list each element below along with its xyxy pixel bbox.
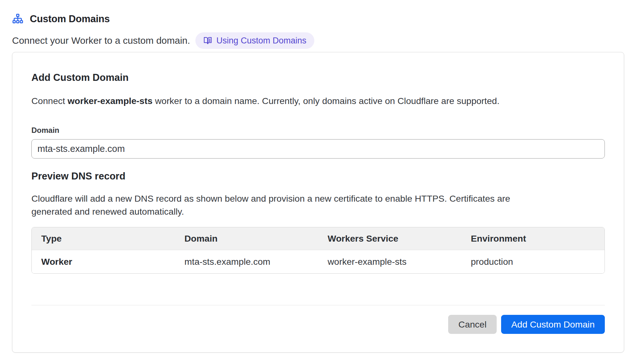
domain-field-label: Domain (31, 126, 605, 135)
preview-dns-description: Cloudflare will add a new DNS record as … (31, 192, 539, 218)
subtitle-row: Connect your Worker to a custom domain. … (12, 32, 622, 49)
docs-link-label: Using Custom Domains (216, 36, 306, 46)
sitemap-icon (12, 13, 23, 25)
domain-input[interactable] (31, 139, 605, 159)
footer-divider (31, 305, 605, 305)
column-header-environment: Environment (461, 227, 605, 250)
add-custom-domain-card: Add Custom Domain Connect worker-example… (12, 52, 624, 353)
add-domain-heading: Add Custom Domain (31, 72, 605, 83)
page-header: Custom Domains Connect your Worker to a … (0, 0, 634, 49)
add-custom-domain-button[interactable]: Add Custom Domain (501, 315, 605, 334)
docs-link-badge[interactable]: Using Custom Domains (195, 32, 314, 49)
preview-dns-heading: Preview DNS record (31, 171, 605, 182)
column-header-domain: Domain (175, 227, 318, 250)
dns-record-table: Type Domain Workers Service Environment … (31, 227, 605, 274)
cell-workers-service: worker-example-sts (318, 250, 461, 274)
worker-name: worker-example-sts (68, 96, 153, 106)
intro-suffix: worker to a domain name. Currently, only… (153, 96, 500, 106)
column-header-type: Type (32, 227, 175, 250)
table-header-row: Type Domain Workers Service Environment (32, 227, 605, 250)
title-row: Custom Domains (12, 13, 622, 25)
book-open-icon (203, 36, 212, 45)
cancel-button[interactable]: Cancel (448, 315, 497, 334)
intro-prefix: Connect (31, 96, 68, 106)
cell-environment: production (461, 250, 605, 274)
cell-type: Worker (32, 250, 175, 274)
page-title: Custom Domains (30, 13, 110, 25)
custom-domains-page: Custom Domains Connect your Worker to a … (0, 0, 634, 364)
add-domain-description: Connect worker-example-sts worker to a d… (31, 95, 605, 107)
column-header-workers-service: Workers Service (318, 227, 461, 250)
card-footer: Cancel Add Custom Domain (31, 315, 605, 334)
cell-domain: mta-sts.example.com (175, 250, 318, 274)
table-row: Worker mta-sts.example.com worker-exampl… (32, 250, 605, 274)
page-subtitle: Connect your Worker to a custom domain. (12, 35, 190, 46)
